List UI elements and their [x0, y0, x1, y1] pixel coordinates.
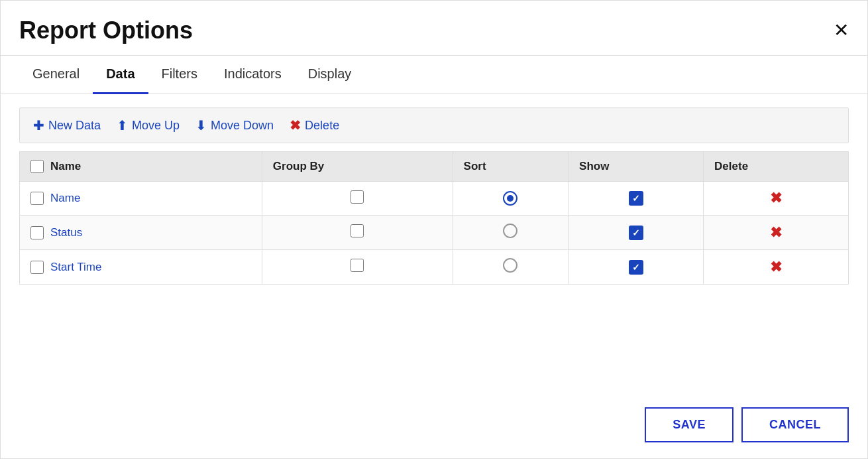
row1-show-checkbox[interactable]	[629, 191, 643, 206]
tab-data[interactable]: Data	[93, 56, 148, 94]
data-table: Name Group By Sort Show Delete Name	[19, 151, 849, 285]
delete-label: Delete	[305, 119, 339, 133]
tab-general[interactable]: General	[19, 56, 93, 94]
tab-indicators[interactable]: Indicators	[211, 56, 295, 94]
td-row1-show	[569, 182, 704, 216]
row3-delete-icon[interactable]: ✖	[770, 259, 782, 275]
row1-name-link[interactable]: Name	[50, 192, 80, 205]
move-up-label: Move Up	[132, 119, 180, 133]
row1-select-checkbox[interactable]	[30, 192, 44, 205]
row3-show-checkbox[interactable]	[629, 260, 643, 275]
th-delete: Delete	[704, 152, 849, 182]
td-starttime-name: Start Time	[20, 250, 262, 285]
move-down-label: Move Down	[211, 119, 274, 133]
tab-filters[interactable]: Filters	[148, 56, 211, 94]
row2-name-link[interactable]: Status	[50, 226, 82, 239]
arrow-down-icon: ⬇	[195, 117, 207, 133]
td-row3-sort	[453, 250, 569, 285]
arrow-up-icon: ⬆	[117, 117, 128, 133]
th-group-by: Group By	[262, 152, 453, 182]
td-row3-show	[569, 250, 704, 285]
row3-groupby-checkbox[interactable]	[351, 259, 364, 272]
td-name-name: Name	[20, 182, 262, 216]
row2-delete-icon[interactable]: ✖	[770, 224, 782, 241]
new-data-label: New Data	[48, 119, 101, 133]
td-row1-groupby	[262, 182, 453, 216]
row1-delete-icon[interactable]: ✖	[770, 190, 782, 206]
data-toolbar: ✚ New Data ⬆ Move Up ⬇ Move Down ✖ Delet…	[19, 107, 849, 143]
content-area: ✚ New Data ⬆ Move Up ⬇ Move Down ✖ Delet…	[1, 94, 867, 397]
table-row: Status ✖	[20, 216, 849, 250]
dialog-title: Report Options	[19, 17, 193, 44]
row2-groupby-checkbox[interactable]	[351, 224, 364, 237]
row3-name-link[interactable]: Start Time	[50, 261, 101, 274]
td-row2-show	[569, 216, 704, 250]
row1-sort-radio[interactable]	[503, 191, 517, 206]
delete-button[interactable]: ✖ Delete	[290, 117, 339, 133]
td-row3-delete: ✖	[704, 250, 849, 285]
table-header-row: Name Group By Sort Show Delete	[20, 152, 849, 182]
plus-icon: ✚	[33, 117, 44, 133]
th-sort: Sort	[453, 152, 569, 182]
dialog-footer: SAVE CANCEL	[1, 397, 867, 458]
x-icon: ✖	[290, 117, 301, 133]
report-options-dialog: Report Options ✕ General Data Filters In…	[0, 0, 868, 459]
td-row2-delete: ✖	[704, 216, 849, 250]
td-row3-groupby	[262, 250, 453, 285]
close-button[interactable]: ✕	[834, 21, 849, 40]
table-row: Name ✖	[20, 182, 849, 216]
td-row2-groupby	[262, 216, 453, 250]
td-row1-delete: ✖	[704, 182, 849, 216]
move-down-button[interactable]: ⬇ Move Down	[195, 117, 274, 133]
td-row1-sort	[453, 182, 569, 216]
row3-sort-radio[interactable]	[503, 258, 517, 273]
dialog-header: Report Options ✕	[1, 1, 867, 56]
table-row: Start Time ✖	[20, 250, 849, 285]
td-status-name: Status	[20, 216, 262, 250]
row2-sort-radio[interactable]	[503, 224, 517, 238]
row1-groupby-checkbox[interactable]	[351, 190, 364, 204]
new-data-button[interactable]: ✚ New Data	[33, 117, 101, 133]
th-name: Name	[20, 152, 262, 182]
td-row2-sort	[453, 216, 569, 250]
select-all-checkbox[interactable]	[30, 160, 44, 173]
cancel-button[interactable]: CANCEL	[741, 407, 849, 442]
th-show: Show	[569, 152, 704, 182]
save-button[interactable]: SAVE	[645, 407, 733, 442]
tabs-bar: General Data Filters Indicators Display	[1, 56, 867, 94]
row2-select-checkbox[interactable]	[30, 226, 44, 239]
row3-select-checkbox[interactable]	[30, 261, 44, 274]
move-up-button[interactable]: ⬆ Move Up	[117, 117, 180, 133]
tab-display[interactable]: Display	[295, 56, 365, 94]
row2-show-checkbox[interactable]	[629, 226, 643, 240]
